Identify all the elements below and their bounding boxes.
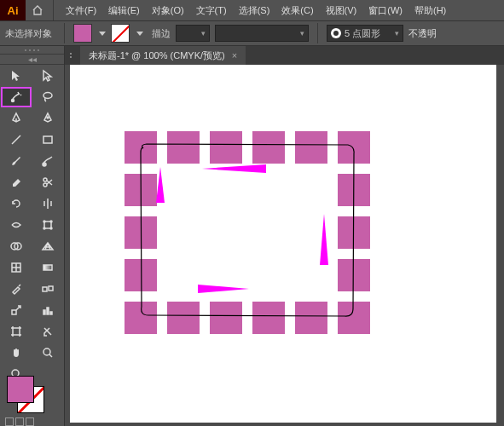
svg-rect-20 <box>47 308 49 314</box>
width-tool[interactable] <box>1 215 32 235</box>
eraser-tool[interactable] <box>1 172 32 193</box>
stroke-label: 描边 <box>152 27 171 40</box>
direction-arrow <box>317 214 334 273</box>
svg-rect-18 <box>12 310 16 314</box>
direct-selection-tool[interactable] <box>32 66 63 86</box>
svg-point-11 <box>50 227 52 229</box>
menu-help[interactable]: 帮助(H) <box>409 1 451 20</box>
svg-point-0 <box>12 100 14 102</box>
tab-grip-icon[interactable] <box>65 46 77 65</box>
divider <box>53 0 54 20</box>
mesh-tool[interactable] <box>1 257 32 278</box>
svg-rect-15 <box>43 265 52 270</box>
brush-tool[interactable] <box>1 151 32 171</box>
document-tab-bar: 未标题-1* @ 100% (CMYK/预览) × <box>65 46 504 65</box>
brush-dropdown[interactable]: 5 点圆形▾ <box>327 25 403 42</box>
symbol-sprayer-tool[interactable] <box>1 300 32 320</box>
stroke-swatch[interactable] <box>111 24 130 43</box>
free-transform-tool[interactable] <box>32 215 63 235</box>
gradient-tool[interactable] <box>32 257 63 278</box>
svg-rect-17 <box>49 286 53 291</box>
svg-point-1 <box>43 93 52 99</box>
canvas[interactable] <box>70 65 496 423</box>
svg-rect-22 <box>13 328 20 335</box>
fill-swatch[interactable] <box>73 24 92 43</box>
svg-rect-19 <box>43 310 45 314</box>
magic-wand-tool[interactable] <box>1 87 32 107</box>
svg-point-4 <box>43 163 46 166</box>
chevron-down-icon[interactable] <box>99 32 106 36</box>
line-tool[interactable] <box>1 130 32 150</box>
menu-edit[interactable]: 编辑(E) <box>103 1 145 20</box>
svg-point-5 <box>43 178 47 181</box>
document-tab-title: 未标题-1* @ 100% (CMYK/预览) <box>89 49 225 62</box>
svg-point-8 <box>43 221 45 222</box>
divider <box>64 23 65 43</box>
curvature-tool[interactable] <box>32 108 63 129</box>
selection-tool[interactable] <box>1 66 32 86</box>
rotate-tool[interactable] <box>1 193 32 214</box>
fill-color-swatch[interactable] <box>7 376 34 403</box>
chevron-down-icon[interactable] <box>136 32 143 36</box>
home-icon[interactable] <box>26 0 49 20</box>
stroke-weight-input[interactable]: ▾ <box>176 25 210 42</box>
divider <box>317 23 318 43</box>
draw-mode-icons[interactable] <box>5 417 34 426</box>
direction-arrow <box>202 162 279 179</box>
column-graph-tool[interactable] <box>32 300 63 320</box>
selection-status: 未选择对象 <box>5 27 52 40</box>
menu-view[interactable]: 视图(V) <box>321 1 362 20</box>
zoom-tool[interactable] <box>32 343 63 363</box>
close-icon[interactable]: × <box>232 50 237 60</box>
direction-arrow <box>198 282 258 299</box>
slice-tool[interactable] <box>32 321 63 342</box>
app-logo: Ai <box>0 0 26 20</box>
scissors-tool[interactable] <box>32 172 63 193</box>
tool-panel: ◂◂ <box>0 46 65 426</box>
document-tab[interactable]: 未标题-1* @ 100% (CMYK/预览) × <box>80 46 246 65</box>
profile-dropdown[interactable]: ▾ <box>215 25 309 42</box>
brush-preview-icon <box>331 28 341 38</box>
menu-object[interactable]: 对象(O) <box>147 1 189 20</box>
reflect-tool[interactable] <box>32 193 63 214</box>
menu-effect[interactable]: 效果(C) <box>276 1 318 20</box>
svg-point-9 <box>50 221 52 222</box>
shape-builder-tool[interactable] <box>1 236 32 256</box>
menu-file[interactable]: 文件(F) <box>61 1 101 20</box>
menu-type[interactable]: 文字(T) <box>191 1 232 20</box>
svg-point-10 <box>43 227 45 229</box>
menu-select[interactable]: 选择(S) <box>234 1 275 20</box>
fill-stroke-swatches[interactable] <box>7 376 44 413</box>
menu-items: 文件(F) 编辑(E) 对象(O) 文字(T) 选择(S) 效果(C) 视图(V… <box>61 1 451 20</box>
svg-point-23 <box>43 348 50 355</box>
svg-rect-21 <box>50 312 52 314</box>
pen-tool[interactable] <box>1 108 32 129</box>
rectangle-tool[interactable] <box>32 130 63 150</box>
panel-grip-icon[interactable] <box>0 46 64 55</box>
blend-tool[interactable] <box>32 279 63 299</box>
svg-rect-3 <box>43 136 52 143</box>
collapse-icon[interactable]: ◂◂ <box>0 55 64 65</box>
workspace <box>65 65 504 426</box>
svg-marker-27 <box>320 214 328 265</box>
svg-marker-26 <box>156 167 165 203</box>
lasso-tool[interactable] <box>32 87 63 107</box>
opacity-label: 不透明 <box>408 27 437 40</box>
blob-brush-tool[interactable] <box>32 151 63 171</box>
svg-point-2 <box>47 117 49 118</box>
perspective-grid-tool[interactable] <box>32 236 63 256</box>
svg-point-6 <box>43 183 47 187</box>
options-bar: 未选择对象 描边 ▾ ▾ 5 点圆形▾ 不透明 <box>0 20 504 46</box>
eyedropper-tool[interactable] <box>1 279 32 299</box>
menu-bar: Ai 文件(F) 编辑(E) 对象(O) 文字(T) 选择(S) 效果(C) 视… <box>0 0 504 20</box>
svg-marker-25 <box>202 164 266 173</box>
direction-arrow <box>154 167 171 210</box>
menu-window[interactable]: 窗口(W) <box>363 1 408 20</box>
svg-marker-28 <box>198 285 249 293</box>
hand-tool[interactable] <box>1 343 32 363</box>
artboard-tool[interactable] <box>1 321 32 342</box>
svg-rect-16 <box>43 287 47 291</box>
